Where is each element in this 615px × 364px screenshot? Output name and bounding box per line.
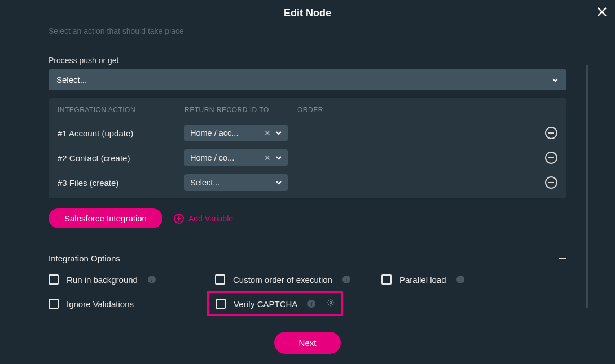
collapse-button[interactable] [559, 258, 566, 259]
scrollbar[interactable] [586, 65, 588, 308]
info-icon[interactable]: i [308, 300, 315, 308]
remove-row-button[interactable] [545, 152, 557, 164]
option-label: Parallel load [399, 275, 446, 285]
remove-row-button[interactable] [545, 127, 557, 139]
gear-icon[interactable] [327, 299, 335, 309]
return-select-value: Home / co... [190, 153, 260, 162]
chevron-down-icon [275, 179, 282, 186]
modal-title: Edit Node [0, 0, 615, 26]
clear-icon[interactable]: ✕ [264, 128, 271, 137]
return-select[interactable]: Home / co... ✕ [184, 149, 288, 166]
th-action: INTEGRATION ACTION [58, 106, 184, 114]
clear-icon[interactable]: ✕ [264, 153, 271, 162]
chevron-down-icon [275, 154, 282, 161]
checkbox-custom-order[interactable] [215, 274, 225, 285]
th-return: RETURN RECORD ID TO [184, 106, 297, 114]
info-icon[interactable]: i [456, 276, 464, 283]
return-select-value: Home / acc... [190, 128, 260, 137]
close-button[interactable] [597, 6, 607, 19]
checkbox-parallel-load[interactable] [381, 274, 392, 285]
info-icon[interactable]: i [342, 276, 350, 283]
option-label: Ignore Validations [67, 299, 134, 309]
integration-options-title: Integration Options [49, 254, 120, 263]
remove-row-button[interactable] [545, 176, 557, 189]
table-row: #3 Files (create) Select... [58, 170, 557, 195]
option-label: Run in background [67, 275, 138, 285]
add-variable-button[interactable]: Add Variable [174, 214, 233, 224]
checkbox-ignore-validations[interactable] [49, 299, 59, 309]
integration-table: INTEGRATION ACTION RETURN RECORD ID TO O… [49, 98, 566, 198]
chevron-down-icon [275, 130, 282, 136]
option-verify-captcha: Verify CAPTCHA i [216, 299, 335, 309]
table-row: #1 Account (update) Home / acc... ✕ [58, 121, 557, 145]
modal-subtitle: Select an action that should take place [49, 26, 566, 35]
option-label: Verify CAPTCHA [234, 299, 297, 309]
option-parallel-load: Parallel load i [381, 274, 566, 285]
process-select[interactable]: Select... [49, 69, 566, 90]
table-row: #2 Contact (create) Home / co... ✕ [58, 145, 557, 170]
row-action-label: #3 Files (create) [58, 178, 184, 188]
checkbox-verify-captcha[interactable] [216, 299, 226, 309]
return-select-value: Select... [190, 178, 275, 187]
checkbox-run-background[interactable] [49, 274, 59, 285]
return-select[interactable]: Select... [184, 174, 288, 191]
option-ignore-validations: Ignore Validations [49, 298, 215, 309]
th-order: ORDER [297, 106, 535, 114]
option-run-background: Run in background i [49, 274, 215, 285]
chevron-down-icon [552, 77, 559, 83]
divider [49, 243, 566, 243]
option-custom-order: Custom order of execution i [215, 274, 381, 285]
salesforce-integration-button[interactable]: Salesforce Integration [49, 208, 162, 228]
next-button[interactable]: Next [274, 332, 341, 354]
svg-point-0 [330, 301, 332, 304]
return-select[interactable]: Home / acc... ✕ [184, 125, 288, 141]
add-variable-label: Add Variable [188, 214, 233, 223]
option-label: Custom order of execution [233, 275, 332, 285]
highlighted-option: Verify CAPTCHA i [207, 291, 343, 316]
row-action-label: #2 Contact (create) [58, 153, 184, 163]
row-action-label: #1 Account (update) [58, 128, 184, 138]
process-label: Process push or get [49, 56, 566, 65]
plus-circle-icon [174, 214, 184, 224]
process-select-value: Select... [56, 75, 87, 85]
info-icon[interactable]: i [148, 276, 156, 283]
close-icon [597, 7, 607, 17]
